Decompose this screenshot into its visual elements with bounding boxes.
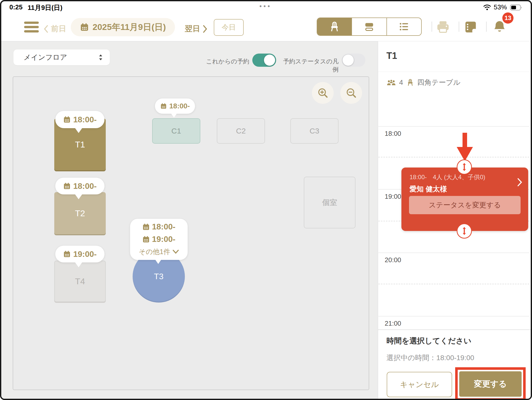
cancel-button[interactable]: キャンセル bbox=[387, 372, 452, 397]
divider bbox=[459, 22, 459, 32]
table-label: C3 bbox=[310, 127, 319, 135]
upcoming-toggle[interactable] bbox=[252, 54, 276, 67]
resize-icon bbox=[460, 227, 468, 235]
table-label: T1 bbox=[75, 140, 85, 149]
more-reservations-label: その他1件 bbox=[139, 247, 170, 256]
zoom-in-icon bbox=[317, 87, 329, 99]
status-date: 11月9日(日) bbox=[28, 3, 62, 12]
table-label: C2 bbox=[236, 127, 246, 135]
confirm-highlight-annotation: 変更する bbox=[455, 367, 526, 400]
notification-badge: 13 bbox=[502, 12, 513, 24]
toggle-knob bbox=[264, 55, 275, 66]
memo-button[interactable] bbox=[463, 20, 478, 35]
chair-icon bbox=[406, 78, 414, 87]
timeline-hour-label: 19:00 bbox=[385, 193, 401, 201]
reservation-time: 18:00- bbox=[73, 181, 97, 191]
table-label: T3 bbox=[154, 272, 163, 281]
divider bbox=[486, 22, 487, 32]
reservation-time: 18:00- bbox=[169, 102, 190, 110]
capacity-value: 4 bbox=[399, 78, 403, 87]
table-type-label: 四角テーブル bbox=[417, 78, 460, 87]
chevron-left-icon bbox=[43, 25, 48, 33]
floor-selector-value: メインフロア bbox=[24, 53, 67, 62]
menu-icon[interactable] bbox=[24, 22, 39, 33]
timeline-hour-line bbox=[378, 126, 529, 127]
calendar-icon bbox=[63, 182, 71, 190]
calendar-icon bbox=[63, 116, 71, 123]
more-indicator[interactable]: ••• bbox=[259, 2, 272, 10]
reservation-time: 18:00- bbox=[73, 115, 97, 124]
reservation-time: 19:00- bbox=[73, 249, 97, 259]
battery-icon bbox=[510, 4, 523, 11]
change-status-button[interactable]: ステータスを変更する bbox=[409, 196, 521, 214]
people-icon bbox=[386, 79, 396, 86]
resize-icon bbox=[460, 163, 468, 171]
floor-selector[interactable]: メインフロア bbox=[13, 49, 110, 65]
timeline-hour-line bbox=[378, 316, 529, 316]
zoom-out-button[interactable] bbox=[340, 82, 362, 104]
timeline-hour-line bbox=[378, 253, 529, 253]
time-select-prompt: 時間を選択してください bbox=[386, 336, 471, 346]
reservation-time: 18:00- bbox=[152, 222, 175, 231]
table-label: 個室 bbox=[322, 197, 337, 208]
chevron-right-icon[interactable] bbox=[517, 178, 523, 187]
divider bbox=[378, 72, 532, 72]
table-label: T2 bbox=[75, 208, 85, 218]
resize-handle-bottom[interactable] bbox=[457, 223, 472, 239]
selector-arrows-icon bbox=[99, 54, 103, 61]
date-picker-button[interactable]: 2025年11月9日(日) bbox=[71, 18, 175, 36]
prev-day-button[interactable]: 前日 bbox=[43, 24, 66, 34]
time-bubble-t4: 19:00- bbox=[55, 246, 104, 262]
prev-day-label: 前日 bbox=[51, 24, 66, 34]
table-c1[interactable]: C1 bbox=[152, 118, 200, 144]
cards-icon bbox=[363, 21, 375, 32]
divider bbox=[432, 22, 432, 32]
table-label: T4 bbox=[75, 276, 85, 286]
wifi-icon bbox=[483, 4, 491, 10]
timeline-hour-label: 18:00 bbox=[385, 130, 401, 138]
next-day-button[interactable]: 翌日 bbox=[185, 24, 208, 34]
table-c3[interactable]: C3 bbox=[290, 118, 339, 144]
memo-icon bbox=[463, 20, 478, 34]
next-day-label: 翌日 bbox=[185, 24, 200, 34]
upcoming-toggle-label: これからの予約 bbox=[176, 57, 249, 65]
zoom-in-button[interactable] bbox=[312, 82, 334, 104]
bubble-tail bbox=[75, 127, 83, 133]
tab-card-view[interactable] bbox=[351, 18, 386, 35]
status-time: 0:25 bbox=[9, 3, 23, 11]
table-c2[interactable]: C2 bbox=[217, 118, 265, 144]
confirm-button[interactable]: 変更する bbox=[459, 371, 522, 397]
timeline-half-hour-line bbox=[378, 157, 529, 157]
time-bubble-t2: 18:00- bbox=[55, 178, 104, 194]
timeline-half-hour-line bbox=[378, 284, 529, 284]
tab-floor-view[interactable] bbox=[317, 18, 351, 35]
battery-percent: 53% bbox=[494, 3, 507, 11]
bubble-tail bbox=[75, 194, 83, 199]
bubble-tail bbox=[171, 113, 177, 118]
more-reservations-expander[interactable]: その他1件 bbox=[139, 246, 179, 258]
calendar-icon bbox=[80, 23, 89, 32]
bubble-tail bbox=[155, 259, 162, 264]
legend-toggle-label: 予約ステータスの凡例 bbox=[281, 57, 339, 74]
move-indicator-arrow bbox=[456, 133, 474, 162]
view-toggle bbox=[317, 18, 422, 36]
legend-toggle[interactable] bbox=[342, 54, 365, 67]
chevron-right-icon bbox=[203, 25, 208, 33]
print-button[interactable] bbox=[435, 20, 451, 35]
sidebar-table-title: T1 bbox=[386, 51, 397, 61]
list-icon bbox=[398, 21, 410, 32]
reservation-time: 19:00- bbox=[152, 235, 175, 244]
table-label: C1 bbox=[171, 127, 181, 135]
app-screen: 0:25 11月9日(日) ••• 53% 前日 2025年11月9日(日) 翌… bbox=[0, 0, 532, 400]
today-button[interactable]: 今日 bbox=[214, 19, 244, 36]
reservation-card[interactable]: 18:00- 4人 (大人4、子供0) 愛知 健太様 ステータスを変更する bbox=[401, 168, 528, 231]
bubble-row: 18:00- bbox=[142, 221, 175, 233]
timeline-hour-label: 20:00 bbox=[385, 256, 401, 264]
tab-list-view[interactable] bbox=[386, 18, 421, 35]
time-bubble-t3: 18:00- 19:00- その他1件 bbox=[130, 219, 188, 260]
table-private-room[interactable]: 個室 bbox=[304, 177, 356, 228]
divider bbox=[378, 329, 532, 330]
calendar-icon bbox=[142, 236, 150, 243]
calendar-icon bbox=[63, 250, 71, 258]
resize-handle-top[interactable] bbox=[457, 159, 472, 175]
